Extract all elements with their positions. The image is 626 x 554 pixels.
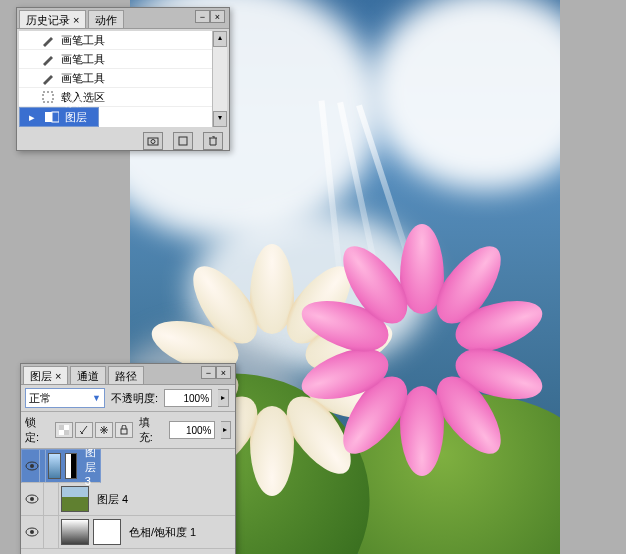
history-item-label: 画笔工具 <box>59 33 227 48</box>
minimize-button[interactable]: − <box>195 10 210 23</box>
layer-thumbnail[interactable] <box>61 519 89 545</box>
layer-row[interactable]: 图层 4 <box>21 483 235 516</box>
blend-mode-select[interactable]: 正常▼ <box>25 388 105 408</box>
link-column[interactable] <box>44 516 59 548</box>
link-column[interactable] <box>44 483 59 515</box>
scroll-down-button[interactable]: ▾ <box>213 111 227 127</box>
history-icon <box>37 91 59 103</box>
fill-input[interactable]: 100% <box>169 421 215 439</box>
history-icon <box>41 111 63 123</box>
svg-point-4 <box>151 140 155 144</box>
history-indicator: ▸ <box>23 111 41 124</box>
layer-row[interactable]: 色相/饱和度 1 <box>21 516 235 549</box>
lock-position-button[interactable] <box>95 422 113 438</box>
layer-thumbnail[interactable] <box>48 453 60 479</box>
new-document-button[interactable] <box>173 132 193 150</box>
layer-thumbnail[interactable] <box>61 486 89 512</box>
visibility-toggle[interactable] <box>21 516 44 548</box>
svg-rect-1 <box>45 112 52 122</box>
history-item-label: 画笔工具 <box>59 71 227 86</box>
opacity-label: 不透明度: <box>111 391 158 406</box>
svg-rect-0 <box>43 92 53 102</box>
history-icon <box>37 33 59 47</box>
lock-pixels-button[interactable] <box>75 422 93 438</box>
history-item[interactable]: 载入选区 <box>19 88 227 107</box>
svg-point-13 <box>30 497 34 501</box>
lock-all-button[interactable] <box>115 422 133 438</box>
tab-channels[interactable]: 通道 <box>70 366 106 384</box>
history-item[interactable]: 画笔工具 <box>19 69 227 88</box>
link-column[interactable] <box>40 450 46 482</box>
history-item-label: 添加图层蒙版 <box>63 95 95 128</box>
svg-rect-7 <box>59 425 64 430</box>
history-list: 画笔工具画笔工具画笔工具载入选区▸添加图层蒙版 ▴ ▾ <box>19 31 227 127</box>
history-item-label: 画笔工具 <box>59 52 227 67</box>
close-button[interactable]: × <box>216 366 231 379</box>
tab-history[interactable]: 历史记录 × <box>19 10 86 28</box>
layer-name[interactable]: 色相/饱和度 1 <box>123 525 196 540</box>
fill-label: 填充: <box>139 415 163 445</box>
history-panel: − × 历史记录 × 动作 画笔工具画笔工具画笔工具载入选区▸添加图层蒙版 ▴ … <box>16 7 230 151</box>
layer-thumbnail[interactable] <box>93 519 121 545</box>
history-icon <box>37 71 59 85</box>
history-icon <box>37 52 59 66</box>
opacity-input[interactable]: 100% <box>164 389 212 407</box>
opacity-slider-toggle[interactable]: ▸ <box>218 389 229 407</box>
svg-point-15 <box>30 530 34 534</box>
visibility-toggle[interactable] <box>21 483 44 515</box>
history-item[interactable]: 画笔工具 <box>19 31 227 50</box>
close-button[interactable]: × <box>210 10 225 23</box>
tab-layers[interactable]: 图层 × <box>23 366 68 384</box>
layer-thumbnail[interactable] <box>65 453 77 479</box>
svg-rect-8 <box>64 430 69 435</box>
layer-row[interactable]: 图层 3 <box>21 449 101 483</box>
tab-actions[interactable]: 动作 <box>88 10 124 28</box>
history-scrollbar[interactable]: ▴ ▾ <box>212 31 227 127</box>
history-item[interactable]: ▸添加图层蒙版 <box>19 107 99 127</box>
delete-button[interactable] <box>203 132 223 150</box>
svg-rect-9 <box>121 429 127 434</box>
visibility-toggle[interactable] <box>25 450 40 482</box>
scroll-up-button[interactable]: ▴ <box>213 31 227 47</box>
lock-transparency-button[interactable] <box>55 422 73 438</box>
layer-name[interactable]: 图层 3 <box>79 449 97 487</box>
new-snapshot-button[interactable] <box>143 132 163 150</box>
layer-list: 图层 3图层 4色相/饱和度 1 <box>21 449 235 554</box>
layers-panel: − × 图层 × 通道 路径 正常▼ 不透明度: 100%▸ 锁定: 填充: 1… <box>20 363 236 554</box>
svg-point-11 <box>30 464 34 468</box>
svg-rect-2 <box>52 112 59 122</box>
fill-slider-toggle[interactable]: ▸ <box>221 421 232 439</box>
lock-label: 锁定: <box>25 415 49 445</box>
history-item[interactable]: 画笔工具 <box>19 50 227 69</box>
minimize-button[interactable]: − <box>201 366 216 379</box>
layer-name[interactable]: 图层 4 <box>91 492 128 507</box>
tab-paths[interactable]: 路径 <box>108 366 144 384</box>
svg-rect-5 <box>179 137 187 145</box>
